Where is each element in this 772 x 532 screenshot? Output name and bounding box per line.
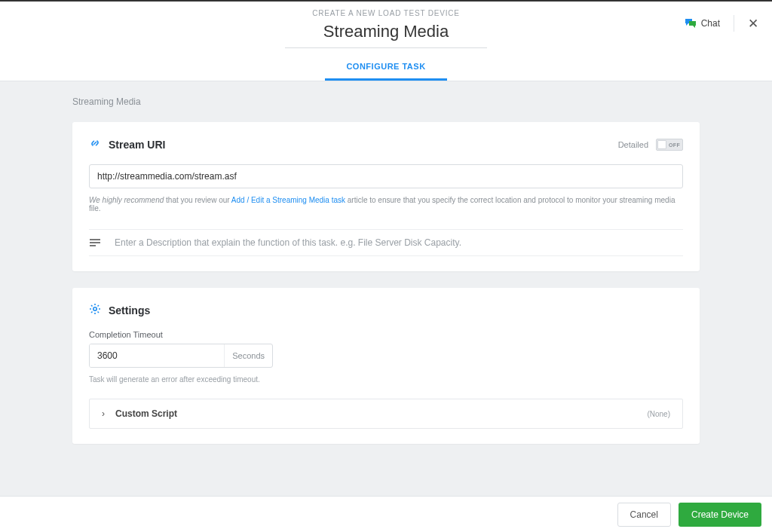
custom-script-accordion: › Custom Script (None) [89, 399, 683, 429]
settings-title: Settings [109, 304, 150, 316]
svg-point-3 [93, 307, 96, 310]
custom-script-title: Custom Script [115, 408, 177, 419]
svg-line-9 [98, 312, 100, 313]
custom-script-header[interactable]: › Custom Script (None) [90, 399, 682, 428]
timeout-input-group: Seconds [89, 344, 273, 368]
close-icon: ✕ [748, 16, 758, 32]
settings-card: Settings Completion Timeout Seconds Task… [72, 288, 700, 444]
svg-line-8 [91, 305, 93, 307]
timeout-suffix: Seconds [224, 344, 272, 367]
tab-configure-task[interactable]: CONFIGURE TASK [325, 57, 446, 81]
title-underline [285, 47, 487, 48]
header: Chat ✕ CREATE A NEW LOAD TEST DEVICE Str… [0, 2, 772, 81]
helper-middle: that you review our [164, 196, 231, 204]
tabs: CONFIGURE TASK [0, 57, 772, 81]
chat-button[interactable]: Chat [671, 15, 734, 32]
svg-line-10 [91, 312, 93, 313]
description-row [89, 230, 683, 256]
chat-icon [685, 18, 697, 29]
chevron-right-icon: › [102, 408, 105, 419]
notes-icon [89, 238, 101, 247]
settings-header: Settings [89, 303, 683, 318]
svg-line-11 [98, 305, 100, 307]
link-icon [89, 137, 101, 152]
timeout-helper: Task will generate an error after exceed… [89, 375, 683, 384]
toggle-knob [657, 140, 666, 149]
toggle-state-label: OFF [669, 142, 680, 148]
timeout-input[interactable] [90, 344, 224, 367]
header-actions: Chat ✕ [671, 15, 772, 32]
detailed-toggle-wrap: Detailed OFF [618, 139, 683, 151]
custom-script-badge: (None) [647, 410, 670, 418]
stream-uri-header: Stream URI Detailed OFF [89, 137, 683, 152]
content-area: Streaming Media Stream URI Detailed OFF [0, 81, 772, 532]
detailed-toggle[interactable]: OFF [656, 139, 683, 151]
helper-link[interactable]: Add / Edit a Streaming Media task [231, 196, 345, 204]
gear-icon [89, 303, 101, 318]
timeout-label: Completion Timeout [89, 330, 683, 339]
stream-uri-title: Stream URI [109, 139, 165, 151]
footer: Cancel Create Device [0, 496, 772, 532]
page-title: Streaming Media [0, 22, 772, 47]
detailed-label: Detailed [618, 140, 648, 149]
helper-emphasis: We highly recommend [89, 196, 164, 204]
breadcrumb: CREATE A NEW LOAD TEST DEVICE [0, 9, 772, 17]
chat-label: Chat [701, 18, 720, 29]
stream-uri-card: Stream URI Detailed OFF We highly recomm… [72, 122, 700, 271]
stream-uri-input[interactable] [89, 164, 683, 188]
stream-uri-helper: We highly recommend that you review our … [89, 196, 683, 212]
create-device-button[interactable]: Create Device [679, 503, 761, 527]
section-label: Streaming Media [72, 96, 700, 107]
description-input[interactable] [115, 237, 683, 248]
cancel-button[interactable]: Cancel [617, 503, 671, 527]
close-button[interactable]: ✕ [734, 16, 772, 32]
